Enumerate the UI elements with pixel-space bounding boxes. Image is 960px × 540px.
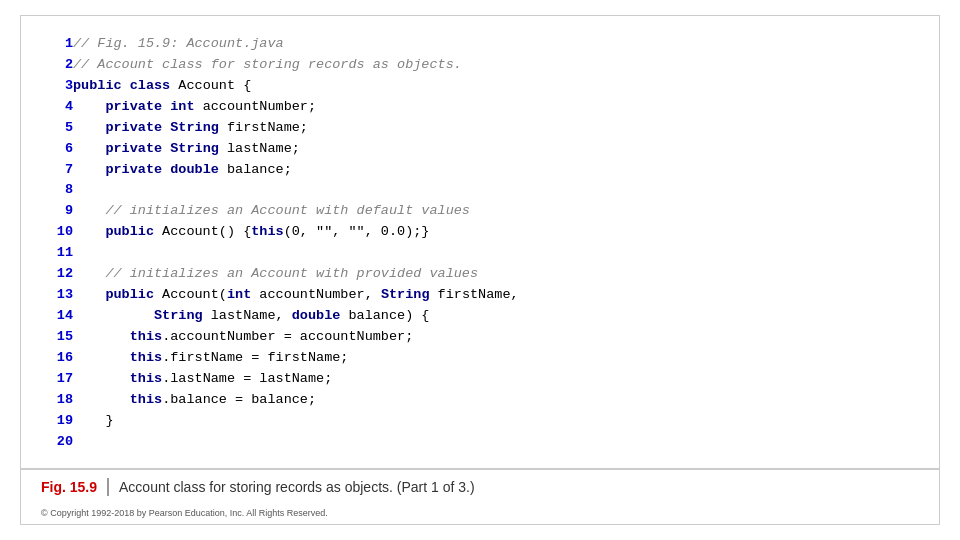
caption-divider [107,478,109,496]
line-number: 15 [41,327,73,348]
line-number: 6 [41,139,73,160]
line-code: // Fig. 15.9: Account.java [73,34,919,55]
line-code: this.firstName = firstName; [73,348,919,369]
line-number: 11 [41,243,73,264]
line-number: 14 [41,306,73,327]
line-code [73,180,919,201]
line-code: private double balance; [73,160,919,181]
caption-fig: Fig. 15.9 [41,479,97,495]
caption-text: Account class for storing records as obj… [119,479,475,495]
line-number: 9 [41,201,73,222]
line-code: this.balance = balance; [73,390,919,411]
table-row: 19 } [41,411,919,432]
line-number: 16 [41,348,73,369]
line-number: 18 [41,390,73,411]
line-code: // Account class for storing records as … [73,55,919,76]
line-code: this.accountNumber = accountNumber; [73,327,919,348]
line-number: 12 [41,264,73,285]
line-code: public Account() {this(0, "", "", 0.0);} [73,222,919,243]
line-code: private String firstName; [73,118,919,139]
line-number: 7 [41,160,73,181]
copyright-text: © Copyright 1992-2018 by Pearson Educati… [21,504,939,524]
line-number: 19 [41,411,73,432]
line-code: this.lastName = lastName; [73,369,919,390]
line-code: private int accountNumber; [73,97,919,118]
table-row: 4 private int accountNumber; [41,97,919,118]
table-row: 20 [41,432,919,453]
table-row: 9 // initializes an Account with default… [41,201,919,222]
code-area: 1// Fig. 15.9: Account.java2// Account c… [21,16,939,468]
line-number: 13 [41,285,73,306]
line-code [73,432,919,453]
line-number: 2 [41,55,73,76]
table-row: 7 private double balance; [41,160,919,181]
line-number: 5 [41,118,73,139]
line-number: 8 [41,180,73,201]
caption-bar: Fig. 15.9 Account class for storing reco… [21,468,939,504]
table-row: 5 private String firstName; [41,118,919,139]
table-row: 12 // initializes an Account with provid… [41,264,919,285]
line-code: } [73,411,919,432]
table-row: 2// Account class for storing records as… [41,55,919,76]
table-row: 15 this.accountNumber = accountNumber; [41,327,919,348]
line-number: 17 [41,369,73,390]
table-row: 1// Fig. 15.9: Account.java [41,34,919,55]
line-number: 3 [41,76,73,97]
table-row: 17 this.lastName = lastName; [41,369,919,390]
table-row: 16 this.firstName = firstName; [41,348,919,369]
line-number: 1 [41,34,73,55]
table-row: 13 public Account(int accountNumber, Str… [41,285,919,306]
line-code: // initializes an Account with default v… [73,201,919,222]
line-code: public class Account { [73,76,919,97]
line-code: String lastName, double balance) { [73,306,919,327]
line-code: private String lastName; [73,139,919,160]
slide-container: 1// Fig. 15.9: Account.java2// Account c… [20,15,940,525]
table-row: 6 private String lastName; [41,139,919,160]
line-number: 10 [41,222,73,243]
table-row: 10 public Account() {this(0, "", "", 0.0… [41,222,919,243]
line-code [73,243,919,264]
table-row: 14 String lastName, double balance) { [41,306,919,327]
table-row: 18 this.balance = balance; [41,390,919,411]
line-code: public Account(int accountNumber, String… [73,285,919,306]
line-number: 4 [41,97,73,118]
line-code: // initializes an Account with provided … [73,264,919,285]
code-table: 1// Fig. 15.9: Account.java2// Account c… [41,34,919,452]
table-row: 11 [41,243,919,264]
table-row: 8 [41,180,919,201]
table-row: 3public class Account { [41,76,919,97]
line-number: 20 [41,432,73,453]
